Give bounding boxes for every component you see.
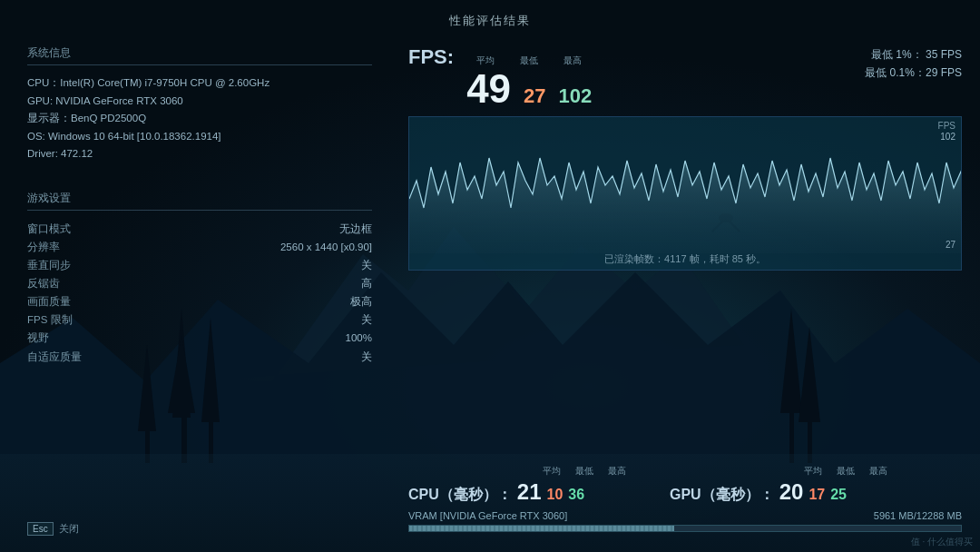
settings-key: 视野: [27, 329, 49, 347]
settings-key: 画面质量: [27, 292, 71, 310]
driver-info: Driver: 472.12: [27, 145, 372, 163]
settings-row: 自适应质量关: [27, 348, 372, 366]
svg-marker-18: [409, 158, 961, 253]
settings-row: 画面质量极高: [27, 292, 372, 310]
settings-table: 窗口模式无边框分辨率2560 x 1440 [x0.90]垂直同步关反锯齿高画面…: [27, 220, 372, 366]
cpu-min-header: 最低: [568, 465, 601, 478]
settings-value: 高: [361, 274, 372, 292]
right-panel: FPS: 平均 最低 最高 49 27 102 最低 1%： 35 FP: [408, 45, 962, 271]
fps-graph: FPS 102 27 已渲染帧数：4117 帧，耗时 85 秒。: [408, 116, 962, 271]
fps-min-label: 最低: [520, 54, 538, 67]
settings-value: 关: [361, 310, 372, 329]
settings-row: 分辨率2560 x 1440 [x0.90]: [27, 238, 372, 256]
fps-avg-value: 49: [466, 69, 511, 109]
gpu-min-header: 最低: [829, 465, 862, 478]
vram-bar-fill: [409, 526, 674, 531]
gpu-avg-header: 平均: [797, 465, 829, 478]
close-button[interactable]: Esc 关闭: [27, 522, 79, 536]
fps-percentile-1: 最低 1%： 35 FPS: [865, 45, 962, 64]
page-title: 性能评估结果: [449, 13, 531, 29]
settings-key: 窗口模式: [27, 220, 71, 238]
settings-key: 垂直同步: [27, 256, 71, 274]
settings-value: 极高: [350, 292, 372, 310]
settings-value: 关: [361, 348, 372, 366]
cpu-min-value: 10: [546, 487, 563, 503]
left-panel: 系统信息 CPU：Intel(R) Core(TM) i7-9750H CPU …: [27, 45, 372, 393]
vram-value: 5961 MB/12288 MB: [874, 510, 962, 521]
cpu-metrics-label: CPU（毫秒）：: [408, 486, 512, 505]
graph-caption: 已渲染帧数：4117 帧，耗时 85 秒。: [604, 252, 766, 266]
settings-value: 100%: [346, 329, 372, 347]
fps-max-label: 最高: [564, 54, 582, 67]
settings-row: 窗口模式无边框: [27, 220, 372, 238]
settings-value: 关: [361, 256, 372, 274]
esc-key[interactable]: Esc: [27, 522, 54, 536]
vram-label: VRAM [NVIDIA GeForce RTX 3060]: [408, 510, 567, 521]
gpu-avg-value: 20: [779, 479, 804, 505]
cpu-metrics-block: 平均 最低 最高 CPU（毫秒）： 21 10 36: [408, 465, 633, 505]
system-info-block: 系统信息 CPU：Intel(R) Core(TM) i7-9750H CPU …: [27, 45, 372, 163]
fps-min-value: 27: [524, 84, 545, 108]
settings-value: 2560 x 1440 [x0.90]: [280, 238, 372, 256]
settings-key: 分辨率: [27, 238, 60, 256]
fps-label: FPS:: [408, 45, 454, 69]
fps-max-value: 102: [559, 84, 593, 108]
settings-row: 反锯齿高: [27, 274, 372, 292]
display-info: 显示器：BenQ PD2500Q: [27, 110, 372, 128]
vram-bar-background: [408, 525, 962, 532]
footer: Esc 关闭: [27, 522, 79, 536]
watermark: 值 · 什么值得买: [911, 536, 973, 548]
game-settings-block: 游戏设置 窗口模式无边框分辨率2560 x 1440 [x0.90]垂直同步关反…: [27, 191, 372, 366]
system-info-title: 系统信息: [27, 45, 372, 65]
close-label: 关闭: [59, 522, 79, 536]
settings-key: 反锯齿: [27, 274, 60, 292]
fps-avg-label: 平均: [476, 54, 495, 67]
game-settings-title: 游戏设置: [27, 191, 372, 211]
gpu-info: GPU: NVIDIA GeForce RTX 3060: [27, 93, 372, 111]
settings-key: FPS 限制: [27, 310, 73, 329]
gpu-metrics-label: GPU（毫秒）：: [670, 486, 774, 505]
settings-row: FPS 限制关: [27, 310, 372, 329]
settings-key: 自适应质量: [27, 348, 82, 366]
cpu-info: CPU：Intel(R) Core(TM) i7-9750H CPU @ 2.6…: [27, 74, 372, 93]
cpu-avg-header: 平均: [535, 465, 568, 478]
cpu-max-value: 36: [568, 487, 584, 503]
gpu-max-header: 最高: [862, 465, 895, 478]
settings-row: 垂直同步关: [27, 256, 372, 274]
settings-row: 视野100%: [27, 329, 372, 347]
vram-section: VRAM [NVIDIA GeForce RTX 3060] 5961 MB/1…: [408, 510, 962, 532]
cpu-avg-value: 21: [517, 479, 542, 505]
gpu-metrics-block: 平均 最低 最高 GPU（毫秒）： 20 17 25: [670, 465, 895, 505]
fps-waveform: [409, 126, 961, 253]
settings-value: 无边框: [339, 220, 372, 238]
os-info: OS: Windows 10 64-bit [10.0.18362.1914]: [27, 128, 372, 146]
fps-percentile-01: 最低 0.1%：29 FPS: [865, 64, 962, 82]
gpu-max-value: 25: [830, 487, 847, 503]
gpu-min-value: 17: [808, 487, 825, 503]
bottom-metrics: 平均 最低 最高 CPU（毫秒）： 21 10 36 平均 最低 最高 GPU（…: [408, 465, 962, 505]
cpu-max-header: 最高: [601, 465, 633, 478]
